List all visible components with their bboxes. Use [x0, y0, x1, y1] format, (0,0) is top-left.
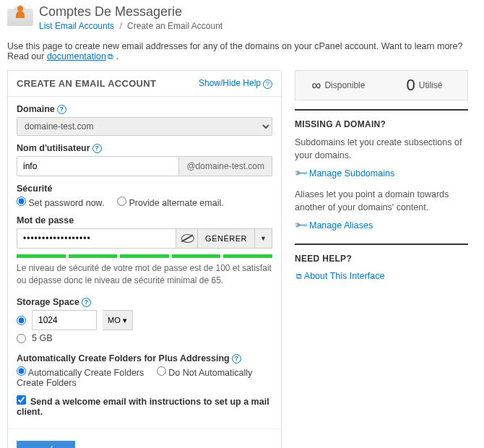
- plus-addressing-label: Automatically Create Folders for Plus Ad…: [17, 353, 272, 363]
- storage-value-input[interactable]: [32, 310, 97, 330]
- storage-custom-radio[interactable]: [17, 316, 26, 325]
- generate-password-button[interactable]: GÉNÉRER: [197, 228, 255, 249]
- username-input[interactable]: [17, 156, 179, 176]
- storage-fixed-label: 5 GB: [32, 333, 53, 343]
- breadcrumb-current: Create an Email Account: [127, 21, 222, 31]
- username-domain-suffix: @domaine-test.com: [179, 156, 272, 176]
- about-interface-link[interactable]: ⧉ About This Interface: [295, 271, 468, 281]
- password-label: Mot de passe: [17, 215, 272, 225]
- eye-off-icon: [181, 234, 193, 243]
- storage-fixed-radio[interactable]: [17, 334, 26, 343]
- stat-available-label: Disponible: [324, 80, 365, 90]
- security-option-alternate[interactable]: Provide alternate email.: [117, 198, 224, 208]
- wrench-icon: 🔧: [293, 217, 308, 233]
- external-link-icon: ⧉: [296, 272, 302, 280]
- storage-label: Storage Space?: [17, 297, 272, 307]
- breadcrumb-list[interactable]: List Email Accounts: [39, 21, 114, 31]
- storage-unit-button[interactable]: MO ▾: [103, 310, 133, 330]
- password-strength-meter: [17, 254, 272, 258]
- security-option-password[interactable]: Set password now.: [17, 198, 104, 208]
- welcome-email-checkbox[interactable]: [17, 395, 26, 405]
- stats-box: ∞Disponible 0Utilisé: [295, 70, 468, 100]
- external-link-icon: ⧉: [108, 52, 113, 61]
- infinity-icon: ∞: [312, 78, 321, 93]
- show-hide-help-link[interactable]: Show/Hide Help?: [199, 78, 272, 88]
- panel-title: CREATE AN EMAIL ACCOUNT: [17, 78, 156, 89]
- help-icon[interactable]: ?: [92, 144, 102, 153]
- welcome-email-checkbox-label[interactable]: Send a welcome email with instructions t…: [17, 397, 269, 417]
- password-hint: Le niveau de sécurité de votre mot de pa…: [17, 262, 272, 287]
- aliases-text: Aliases let you point a domain towards a…: [295, 189, 468, 214]
- stat-used-label: Utilisé: [419, 80, 443, 90]
- help-icon[interactable]: ?: [82, 298, 91, 307]
- password-input[interactable]: [17, 228, 176, 249]
- plus-option-auto[interactable]: Automatically Create Folders: [17, 368, 144, 378]
- toggle-password-visibility-button[interactable]: [176, 228, 197, 249]
- manage-aliases-link[interactable]: 🔧Manage Aliases: [295, 220, 468, 231]
- help-icon: ?: [263, 79, 272, 89]
- help-icon[interactable]: ?: [57, 105, 66, 114]
- generate-dropdown-button[interactable]: ▼: [255, 228, 272, 249]
- missing-domain-heading: MISSING A DOMAIN?: [295, 119, 468, 129]
- username-label: Nom d'utilisateur?: [17, 143, 272, 153]
- email-accounts-icon: [7, 4, 33, 26]
- wrench-icon: 🔧: [293, 165, 308, 181]
- domain-select[interactable]: domaine-test.com: [17, 117, 272, 136]
- security-label: Sécurité: [17, 184, 272, 194]
- create-button[interactable]: ✚CRÉER: [17, 441, 75, 448]
- need-help-heading: NEED HELP?: [295, 254, 468, 264]
- breadcrumb: List Email Accounts / Create an Email Ac…: [39, 21, 222, 31]
- subdomains-text: Subdomains let you create subsections of…: [295, 137, 468, 162]
- intro-text: Use this page to create new email addres…: [0, 38, 484, 70]
- page-title: Comptes De Messagerie: [39, 4, 222, 20]
- stat-used-count: 0: [407, 76, 415, 95]
- help-icon[interactable]: ?: [232, 354, 241, 363]
- documentation-link[interactable]: documentation: [47, 51, 106, 61]
- domain-label: Domaine?: [17, 104, 272, 114]
- manage-subdomains-link[interactable]: 🔧Manage Subdomains: [295, 168, 468, 178]
